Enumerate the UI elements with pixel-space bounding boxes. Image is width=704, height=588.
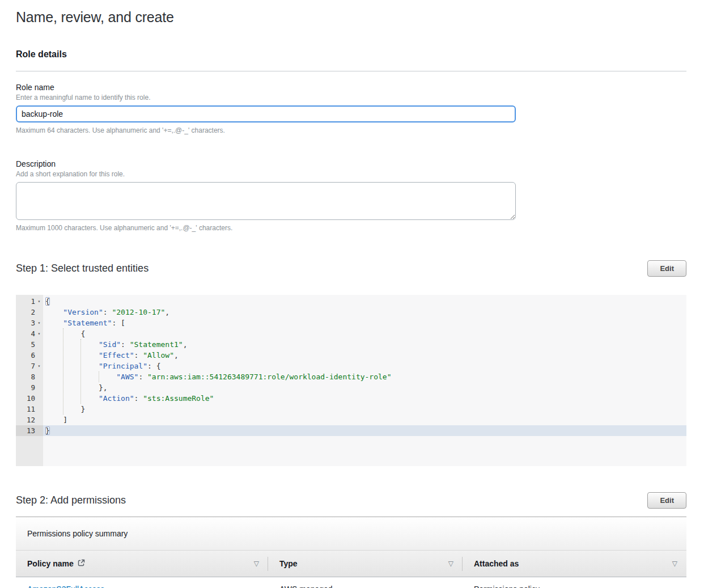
fold-spacer: [35, 371, 43, 382]
editor-code-line[interactable]: }: [43, 404, 686, 414]
policy-editor-lines: 1▾{2 "Version": "2012-10-17",3▾ "Stateme…: [16, 295, 686, 436]
fold-spacer: [35, 307, 43, 318]
fold-arrow-icon[interactable]: ▾: [35, 328, 43, 339]
role-name-hint: Maximum 64 characters. Use alphanumeric …: [16, 126, 686, 134]
fold-spacer: [35, 425, 43, 436]
editor-line-3[interactable]: 3▾ "Statement": [: [16, 318, 686, 328]
editor-line-8[interactable]: 8 "AWS": "arn:aws:iam::541263489771:role…: [16, 371, 686, 382]
name-review-create-page: Name, review, and create Role details Ro…: [0, 0, 704, 588]
step2-edit-button[interactable]: Edit: [647, 492, 686, 509]
editor-line-1[interactable]: 1▾{: [16, 296, 686, 307]
editor-line-10[interactable]: 10 "Action": "sts:AssumeRole": [16, 393, 686, 404]
editor-code-line[interactable]: "Version": "2012-10-17",: [43, 307, 686, 318]
step2-header-row: Step 2: Add permissions Edit: [16, 492, 686, 509]
column-header-type[interactable]: Type ▽: [268, 551, 463, 577]
permissions-table-header: Policy name ▽ Type ▽ Attached as ▽: [16, 551, 686, 577]
editor-code-line[interactable]: {: [43, 296, 686, 307]
step1-heading: Step 1: Select trusted entities: [16, 263, 149, 274]
editor-gutter: 5: [16, 339, 43, 350]
editor-code-line[interactable]: "AWS": "arn:aws:iam::541263489771:role/w…: [43, 371, 686, 382]
page-title: Name, review, and create: [16, 9, 686, 26]
permissions-panel-title: Permissions policy summary: [27, 529, 128, 538]
editor-gutter: 13: [16, 425, 43, 436]
sort-icon[interactable]: ▽: [667, 560, 677, 568]
step2-heading: Step 2: Add permissions: [16, 494, 126, 506]
trust-policy-editor[interactable]: 1▾{2 "Version": "2012-10-17",3▾ "Stateme…: [16, 295, 686, 466]
role-name-helper: Enter a meaningful name to identify this…: [16, 94, 686, 101]
role-name-input[interactable]: [16, 105, 516, 122]
editor-line-11[interactable]: 11 }: [16, 404, 686, 414]
editor-code-line[interactable]: "Effect": "Allow",: [43, 350, 686, 361]
editor-line-5[interactable]: 5 "Sid": "Statement1",: [16, 339, 686, 350]
table-row: AmazonS3FullAccess AWS managed Permissio…: [16, 577, 686, 588]
editor-code-line[interactable]: }: [43, 425, 686, 436]
editor-line-7[interactable]: 7▾ "Principal": {: [16, 361, 686, 371]
editor-gutter: 2: [16, 307, 43, 318]
editor-code-line[interactable]: },: [43, 382, 686, 393]
step1-header-row: Step 1: Select trusted entities Edit: [16, 260, 686, 277]
step1-edit-button[interactable]: Edit: [647, 260, 686, 277]
fold-arrow-icon[interactable]: ▾: [35, 296, 43, 307]
fold-spacer: [35, 339, 43, 350]
fold-arrow-icon[interactable]: ▾: [35, 318, 43, 328]
attached-as-column-label: Attached as: [474, 559, 519, 568]
description-helper: Add a short explanation for this role.: [16, 170, 686, 178]
description-label: Description: [16, 159, 686, 168]
permissions-policy-summary-panel: Permissions policy summary Policy name ▽…: [16, 517, 686, 588]
editor-line-12[interactable]: 12 ]: [16, 414, 686, 425]
editor-code-line[interactable]: "Statement": [: [43, 318, 686, 328]
section-divider: [16, 71, 686, 71]
fold-spacer: [35, 414, 43, 425]
column-header-attached-as[interactable]: Attached as ▽: [463, 551, 686, 577]
editor-gutter: 3▾: [16, 318, 43, 328]
editor-code-line[interactable]: ]: [43, 414, 686, 425]
type-column-label: Type: [279, 559, 298, 568]
editor-code-line[interactable]: "Action": "sts:AssumeRole": [43, 393, 686, 404]
permissions-panel-header: Permissions policy summary: [16, 517, 686, 551]
editor-line-9[interactable]: 9 },: [16, 382, 686, 393]
fold-spacer: [35, 393, 43, 404]
editor-code-line[interactable]: {: [43, 328, 686, 339]
sort-icon[interactable]: ▽: [443, 560, 453, 568]
editor-code-line[interactable]: "Principal": {: [43, 361, 686, 371]
policy-name-cell: AmazonS3FullAccess: [16, 585, 268, 588]
editor-line-2[interactable]: 2 "Version": "2012-10-17",: [16, 307, 686, 318]
editor-gutter: 8: [16, 371, 43, 382]
policy-name-column-label: Policy name: [27, 559, 74, 568]
fold-spacer: [35, 350, 43, 361]
editor-gutter: 12: [16, 414, 43, 425]
description-hint: Maximum 1000 characters. Use alphanumeri…: [16, 224, 686, 232]
column-header-policy-name[interactable]: Policy name ▽: [16, 551, 268, 577]
editor-line-13[interactable]: 13}: [16, 425, 686, 436]
role-name-label: Role name: [16, 83, 686, 92]
editor-gutter: 10: [16, 393, 43, 404]
editor-line-6[interactable]: 6 "Effect": "Allow",: [16, 350, 686, 361]
editor-gutter: 7▾: [16, 361, 43, 371]
role-details-heading: Role details: [16, 49, 686, 60]
fold-spacer: [35, 382, 43, 393]
editor-code-line[interactable]: "Sid": "Statement1",: [43, 339, 686, 350]
policy-name-link[interactable]: AmazonS3FullAccess: [27, 585, 104, 588]
policy-type-cell: AWS managed: [268, 585, 463, 588]
editor-gutter: 11: [16, 404, 43, 414]
fold-spacer: [35, 404, 43, 414]
editor-gutter: 9: [16, 382, 43, 393]
editor-line-4[interactable]: 4▾ {: [16, 328, 686, 339]
editor-gutter: 6: [16, 350, 43, 361]
fold-arrow-icon[interactable]: ▾: [35, 361, 43, 371]
editor-gutter: 4▾: [16, 328, 43, 339]
attached-as-cell: Permissions policy: [463, 585, 686, 588]
description-textarea[interactable]: [16, 182, 516, 220]
external-link-icon: [78, 559, 85, 569]
editor-gutter: 1▾: [16, 296, 43, 307]
sort-icon[interactable]: ▽: [248, 560, 259, 568]
